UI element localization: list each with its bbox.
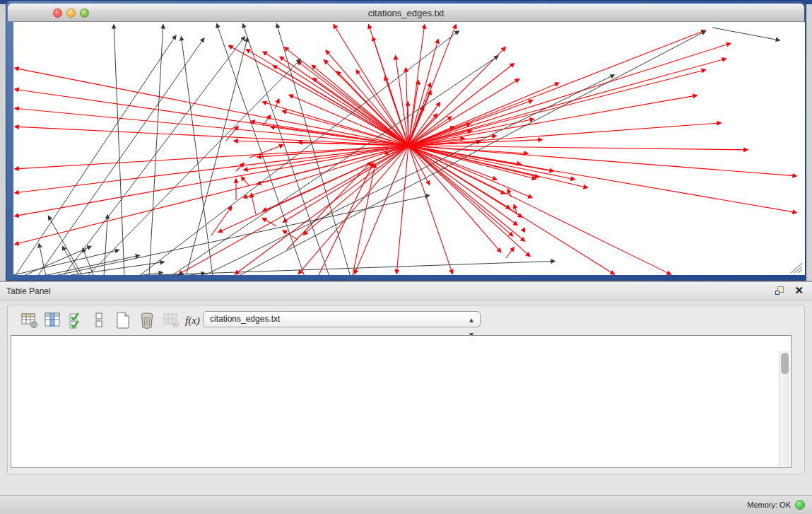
table-panel-title: Table Panel [6, 286, 51, 296]
graph-edges [13, 24, 796, 275]
delete-table-icon[interactable] [162, 311, 180, 329]
table-selector[interactable]: citations_edges.txt ▲▼ [203, 311, 481, 327]
memory-status: Memory: OK [747, 501, 791, 509]
network-window-title: citations_edges.txt [8, 8, 804, 18]
vertical-scrollbar[interactable] [779, 351, 789, 467]
close-panel-icon[interactable]: ✕ [794, 284, 804, 297]
scrollbar-thumb[interactable] [781, 353, 789, 374]
network-window-titlebar[interactable]: citations_edges.txt [8, 4, 804, 22]
table-selector-value: citations_edges.txt [210, 314, 280, 324]
function-builder-icon[interactable]: f(x) [185, 311, 204, 329]
attribute-table[interactable] [11, 335, 792, 468]
network-view-window[interactable]: citations_edges.txt [6, 0, 806, 281]
memory-ok-icon [795, 500, 805, 510]
table-panel-body: f(x) citations_edges.txt ▲▼ Node TableEd… [7, 305, 805, 474]
select-all-icon[interactable] [67, 311, 86, 329]
resize-grip-icon[interactable] [788, 261, 804, 274]
table-panel: Table Panel ✕ [0, 281, 812, 495]
new-file-icon[interactable] [114, 311, 132, 329]
network-canvas[interactable] [13, 22, 805, 275]
application-window: citations_edges.txt T [0, 0, 812, 514]
table-panel-titlebar[interactable]: Table Panel ✕ [0, 282, 812, 300]
delete-icon[interactable] [138, 311, 156, 329]
status-bar: Memory: OK [0, 495, 812, 514]
table-toolbar: f(x) citations_edges.txt ▲▼ [13, 310, 791, 331]
network-graph[interactable] [13, 22, 805, 275]
columns-icon[interactable] [43, 311, 61, 329]
table-settings-icon[interactable] [20, 311, 39, 329]
rows-icon[interactable] [90, 311, 108, 329]
float-panel-icon[interactable] [775, 286, 785, 296]
